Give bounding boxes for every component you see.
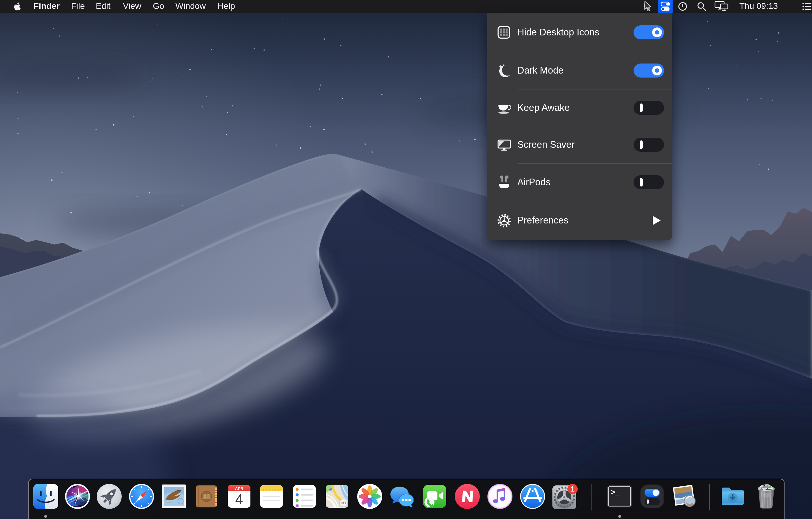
- svg-text:APR: APR: [235, 486, 243, 491]
- svg-text:1: 1: [571, 485, 575, 493]
- svg-text:>_: >_: [611, 489, 620, 497]
- svg-text:4: 4: [235, 491, 243, 507]
- svg-text:3D: 3D: [341, 501, 346, 505]
